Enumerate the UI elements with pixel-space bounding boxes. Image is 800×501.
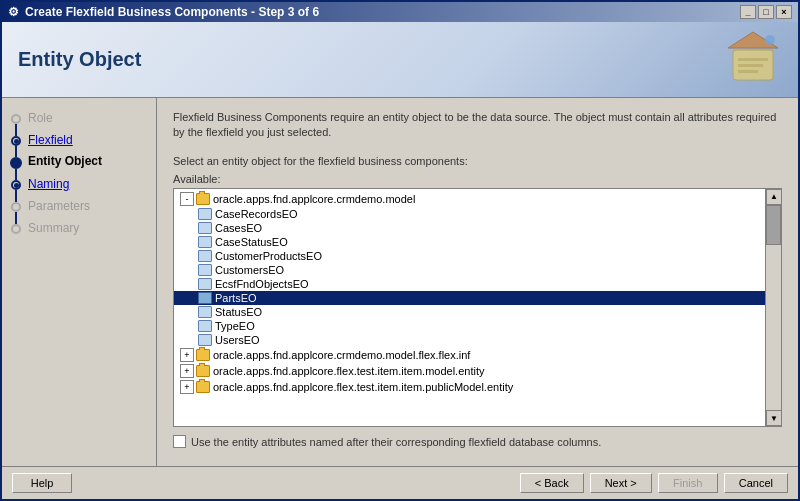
scroll-down-button[interactable]: ▼ [766,410,782,426]
finish-button[interactable]: Finish [658,473,718,493]
tree-expand-pkg4[interactable]: + [180,380,194,394]
svg-rect-5 [738,70,758,73]
main-section: Role Flexfield [2,97,798,466]
maximize-button[interactable]: □ [758,5,774,19]
content-area: Entity Object [2,22,798,499]
nav-item-summary: Summary [22,218,83,238]
tree-row[interactable]: + oracle.apps.fnd.applcore.crmdemo.model… [174,347,765,363]
tree-expand-pkg1[interactable]: - [180,192,194,206]
checkbox-bar: Use the entity attributes named after th… [173,427,782,454]
checkbox-text: Use the entity attributes named after th… [191,436,601,448]
nav-item-naming[interactable]: Naming [22,174,73,194]
wizard-icon [728,30,788,85]
eo8-label: StatusEO [215,306,262,318]
eo1-label: CaseRecordsEO [215,208,298,220]
minimize-button[interactable]: _ [740,5,756,19]
tree-expand-pkg2[interactable]: + [180,348,194,362]
title-bar-left: ⚙ Create Flexfield Business Components -… [8,5,319,19]
eo3-label: CaseStatusEO [215,236,288,248]
tree-row-selected[interactable]: PartsEO [174,291,765,305]
left-panel: Role Flexfield [2,98,157,466]
eo10-label: UsersEO [215,334,260,346]
tree-view[interactable]: - oracle.apps.fnd.applcore.crmdemo.model… [174,189,765,426]
eo2-label: CasesEO [215,222,262,234]
tree-row[interactable]: - oracle.apps.fnd.applcore.crmdemo.model [174,191,765,207]
nav-buttons: < Back Next > Finish Cancel [520,473,788,493]
pkg3-label: oracle.apps.fnd.applcore.flex.test.item.… [213,365,484,377]
tree-row[interactable]: CaseStatusEO [174,235,765,249]
nav-item-entity-object: Entity Object [22,152,106,171]
pkg1-label: oracle.apps.fnd.applcore.crmdemo.model [213,193,415,205]
eo9-label: TypeEO [215,320,255,332]
scroll-up-button[interactable]: ▲ [766,189,782,205]
cancel-button[interactable]: Cancel [724,473,788,493]
tree-row[interactable]: UsersEO [174,333,765,347]
eo4-label: CustomerProductsEO [215,250,322,262]
nav-item-flexfield[interactable]: Flexfield [22,130,77,150]
back-button[interactable]: < Back [520,473,584,493]
checkbox-label[interactable]: Use the entity attributes named after th… [173,435,601,448]
nav-item-role: Role [22,108,57,128]
window-title: Create Flexfield Business Components - S… [25,5,319,19]
window-icon: ⚙ [8,5,19,19]
tree-row[interactable]: CustomerProductsEO [174,249,765,263]
tree-row[interactable]: CustomersEO [174,263,765,277]
tree-row[interactable]: + oracle.apps.fnd.applcore.flex.test.ite… [174,363,765,379]
attribute-checkbox[interactable] [173,435,186,448]
svg-rect-4 [738,64,763,67]
tree-row[interactable]: TypeEO [174,319,765,333]
description-text: Flexfield Business Components require an… [173,110,782,141]
tree-container: - oracle.apps.fnd.applcore.crmdemo.model… [173,188,782,427]
title-bar-buttons: _ □ × [740,5,792,19]
button-bar: Help < Back Next > Finish Cancel [2,466,798,499]
close-button[interactable]: × [776,5,792,19]
tree-row[interactable]: CaseRecordsEO [174,207,765,221]
page-title: Entity Object [18,48,141,71]
next-button[interactable]: Next > [590,473,652,493]
pkg2-label: oracle.apps.fnd.applcore.crmdemo.model.f… [213,349,470,361]
help-button[interactable]: Help [12,473,72,493]
scroll-thumb[interactable] [766,205,781,245]
tree-row[interactable]: + oracle.apps.fnd.applcore.flex.test.ite… [174,379,765,395]
svg-point-2 [765,35,775,45]
tree-expand-pkg3[interactable]: + [180,364,194,378]
eo7-label: PartsEO [215,292,257,304]
nav-item-parameters: Parameters [22,196,94,216]
select-label: Select an entity object for the flexfiel… [173,155,782,167]
tree-row[interactable]: EcsfFndObjectsEO [174,277,765,291]
pkg4-label: oracle.apps.fnd.applcore.flex.test.item.… [213,381,513,393]
tree-row[interactable]: CasesEO [174,221,765,235]
svg-rect-3 [738,58,768,61]
scroll-track[interactable] [766,205,781,410]
available-label: Available: [173,173,782,185]
right-panel: Flexfield Business Components require an… [157,98,798,466]
eo6-label: EcsfFndObjectsEO [215,278,309,290]
eo5-label: CustomersEO [215,264,284,276]
title-bar: ⚙ Create Flexfield Business Components -… [2,2,798,22]
tree-scrollbar[interactable]: ▲ ▼ [765,189,781,426]
main-window: ⚙ Create Flexfield Business Components -… [0,0,800,501]
header-section: Entity Object [2,22,798,97]
tree-row[interactable]: StatusEO [174,305,765,319]
